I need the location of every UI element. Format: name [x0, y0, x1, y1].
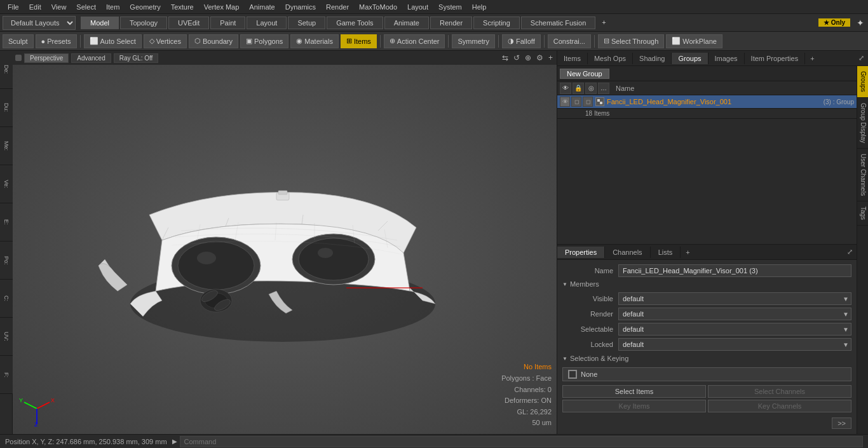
presets-button[interactable]: ● Presets: [36, 34, 77, 48]
tab-item-properties[interactable]: Item Properties: [745, 53, 806, 64]
menu-file[interactable]: File: [3, 2, 24, 12]
viewport-settings-icon[interactable]: ⚙: [535, 52, 545, 64]
groups-more-btn[interactable]: …: [598, 83, 609, 94]
constraints-button[interactable]: Constrai...: [548, 34, 591, 48]
vertices-button[interactable]: ◇ Vertices: [144, 34, 187, 48]
falloff-button[interactable]: ◑ Falloff: [502, 34, 541, 48]
group-row-visor[interactable]: 👁 ◻ ◻ Fancii_LED_Head_Magnifier_Visor_00…: [557, 95, 857, 109]
rside-tab-group-display[interactable]: Group Display: [857, 98, 868, 149]
group-render-icon[interactable]: ◻: [571, 97, 581, 107]
tab-topology[interactable]: Topology: [120, 17, 167, 29]
rside-tab-groups[interactable]: Groups: [857, 66, 868, 98]
menu-vertex-map[interactable]: Vertex Map: [199, 2, 245, 12]
items-button[interactable]: ⊞ Items: [341, 34, 377, 48]
tab-model[interactable]: Model: [81, 17, 119, 29]
prop-render-select[interactable]: default: [618, 308, 851, 320]
viewport-raygl-btn[interactable]: Ray GL: Off: [114, 53, 159, 63]
command-input[interactable]: [180, 436, 863, 447]
auto-select-button[interactable]: ⬜ Auto Select: [84, 34, 142, 48]
groups-render-btn[interactable]: ◎: [585, 83, 597, 94]
tab-paint[interactable]: Paint: [210, 17, 245, 29]
boundary-button[interactable]: ⬡ Boundary: [189, 34, 238, 48]
menu-system[interactable]: System: [433, 2, 467, 12]
prop-tab-lists[interactable]: Lists: [651, 247, 681, 258]
groups-eye-btn[interactable]: 👁: [560, 83, 571, 94]
prop-name-input[interactable]: [618, 264, 851, 277]
key-channels-button[interactable]: Key Channels: [708, 400, 851, 412]
menu-select[interactable]: Select: [71, 2, 101, 12]
select-items-button[interactable]: Select Items: [562, 385, 706, 398]
tab-schematic[interactable]: Schematic Fusion: [521, 17, 595, 29]
menu-render[interactable]: Render: [321, 2, 354, 12]
menu-edit[interactable]: Edit: [24, 2, 46, 12]
viewport-rotate-icon[interactable]: ↺: [512, 52, 521, 64]
new-group-button[interactable]: New Group: [560, 69, 609, 79]
tab-groups[interactable]: Groups: [672, 53, 708, 64]
menu-animate[interactable]: Animate: [244, 2, 280, 12]
tab-items[interactable]: Items: [557, 53, 588, 64]
viewport-add-icon[interactable]: +: [547, 52, 554, 64]
group-lock-icon[interactable]: ◻: [583, 97, 593, 107]
layout-selector[interactable]: Default Layouts: [3, 16, 76, 30]
sculpt-button[interactable]: Sculpt: [3, 34, 34, 48]
symmetry-button[interactable]: Symmetry: [452, 34, 495, 48]
tab-game-tools[interactable]: Game Tools: [327, 17, 383, 29]
tab-images[interactable]: Images: [709, 53, 745, 64]
tab-mesh-ops[interactable]: Mesh Ops: [588, 53, 633, 64]
menu-help[interactable]: Help: [467, 2, 492, 12]
prop-locked-select[interactable]: default: [618, 338, 851, 351]
menu-view[interactable]: View: [46, 2, 72, 12]
polygons-button[interactable]: ▣ Polygons: [240, 34, 288, 48]
chevron-right-button[interactable]: >>: [832, 417, 851, 429]
tab-render[interactable]: Render: [430, 17, 472, 29]
key-items-button[interactable]: Key Items: [562, 400, 706, 412]
viewport-zoom-icon[interactable]: ⊕: [524, 52, 532, 64]
keying-none-button[interactable]: None: [562, 367, 851, 381]
command-arrow[interactable]: ▶: [172, 438, 177, 445]
sidebar-tab-e[interactable]: E:: [0, 203, 13, 241]
groups-lock-btn[interactable]: 🔒: [573, 83, 584, 94]
group-visibility-icon[interactable]: 👁: [560, 97, 570, 107]
menu-geometry[interactable]: Geometry: [125, 2, 165, 12]
sidebar-tab-ve[interactable]: Ve:: [0, 165, 13, 203]
sidebar-tab-du[interactable]: Du:: [0, 89, 13, 127]
panel-expand-button[interactable]: ⤢: [855, 52, 868, 64]
prop-tab-channels[interactable]: Channels: [605, 247, 650, 258]
select-through-button[interactable]: ⊟ Select Through: [598, 34, 664, 48]
materials-button[interactable]: ◉ Materials: [290, 34, 339, 48]
rside-tab-tags[interactable]: Tags: [857, 201, 868, 226]
menu-layout[interactable]: Layout: [402, 2, 433, 12]
menu-item[interactable]: Item: [101, 2, 125, 12]
select-channels-button[interactable]: Select Channels: [708, 385, 851, 398]
tab-shading[interactable]: Shading: [633, 53, 672, 64]
prop-expand-btn[interactable]: ⤢: [843, 246, 857, 258]
panel-add-tab[interactable]: +: [805, 53, 819, 64]
tab-layout[interactable]: Layout: [247, 17, 287, 29]
viewport[interactable]: Perspective Advanced Ray GL: Off ⇆ ↺ ⊕ ⚙…: [13, 51, 557, 434]
sidebar-tab-po[interactable]: Po:: [0, 241, 13, 280]
sidebar-tab-uv[interactable]: UV:: [0, 318, 13, 356]
sidebar-tab-f[interactable]: F:: [0, 356, 13, 394]
sidebar-tab-de[interactable]: De:: [0, 51, 13, 89]
menu-texture[interactable]: Texture: [166, 2, 199, 12]
settings-button[interactable]: ✦: [853, 17, 868, 29]
groups-list[interactable]: 👁 ◻ ◻ Fancii_LED_Head_Magnifier_Visor_00…: [557, 95, 857, 244]
tab-uvedit[interactable]: UVEdit: [168, 17, 209, 29]
sidebar-tab-c[interactable]: C:: [0, 280, 13, 318]
menu-dynamics[interactable]: Dynamics: [280, 2, 321, 12]
menu-maxtomodo[interactable]: MaxToModo: [354, 2, 402, 12]
viewport-fit-icon[interactable]: ⇆: [501, 52, 510, 64]
tab-animate[interactable]: Animate: [384, 17, 429, 29]
tab-scripting[interactable]: Scripting: [473, 17, 520, 29]
sidebar-tab-me[interactable]: Me:: [0, 127, 13, 165]
layout-add-tab[interactable]: +: [597, 17, 611, 29]
viewport-3d-area[interactable]: No Items Polygons : Face Channels: 0 Def…: [13, 65, 557, 434]
tab-setup[interactable]: Setup: [288, 17, 325, 29]
action-center-button[interactable]: ⊕ Action Center: [384, 34, 445, 48]
prop-tab-add[interactable]: +: [681, 247, 695, 258]
prop-visible-select[interactable]: default: [618, 292, 851, 305]
rside-tab-user-channels[interactable]: User Channels: [857, 149, 868, 201]
prop-selectable-select[interactable]: default: [618, 323, 851, 336]
viewport-advanced-btn[interactable]: Advanced: [71, 53, 111, 63]
viewport-menu-btn[interactable]: [15, 55, 22, 61]
